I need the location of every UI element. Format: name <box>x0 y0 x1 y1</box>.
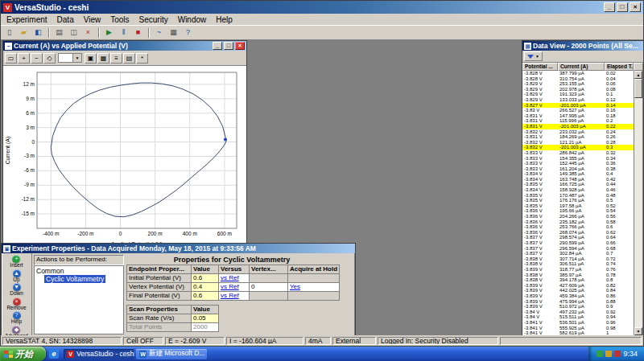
table-row[interactable]: -3.834 V149.385 µA0.4 <box>522 171 634 177</box>
acquire-link[interactable]: Yes <box>290 283 300 290</box>
pause-icon[interactable]: ‖ <box>117 27 130 39</box>
table-row[interactable]: -3.831 V184.269 µA0.26 <box>522 134 634 140</box>
table-row[interactable]: -3.839 V475.994 µA0.88 <box>522 299 634 305</box>
new-file-icon[interactable]: ▯ <box>2 27 16 39</box>
menu-tools[interactable]: Tools <box>105 15 134 24</box>
table-row[interactable]: -3.838 V385.97 µA0.78 <box>522 273 634 278</box>
data-grid-icon[interactable]: ▦ <box>167 27 180 39</box>
table-row[interactable]: -3.831 V147.995 µA0.18 <box>522 113 634 119</box>
remove-button[interactable]: ×Remove <box>6 297 26 311</box>
table-row[interactable]: -3.834 V158.928 µA0.46 <box>522 187 634 193</box>
table-row[interactable]: -3.833 V161.204 µA0.38 <box>522 166 634 172</box>
graph-icon[interactable]: ~ <box>152 27 166 39</box>
table-row[interactable]: -3.837 V302.84 µA0.7 <box>522 251 634 256</box>
action-item-cyclic-voltammetry[interactable]: Cyclic Voltammetry <box>44 275 105 283</box>
column-header-0[interactable]: Potential ... <box>522 63 558 71</box>
chart-close-button[interactable]: × <box>235 42 245 50</box>
app-title-bar[interactable]: V VersaStudio - ceshi _□× <box>1 1 643 14</box>
menu-experiment[interactable]: Experiment <box>2 15 52 24</box>
tray-network-icon[interactable] <box>597 351 603 357</box>
insert-button[interactable]: +Insert <box>10 255 23 269</box>
table-row[interactable]: -3.836 V195.66 µA0.54 <box>522 208 634 214</box>
taskbar-clock[interactable]: 9:34 <box>623 350 638 358</box>
table-row[interactable]: -3.829 V191.323 µA0.1 <box>522 92 634 97</box>
chart-minimize-button[interactable]: _ <box>213 42 222 50</box>
menu-data[interactable]: Data <box>52 15 79 24</box>
table-row[interactable]: -3.841 V582.619 µA1 <box>522 330 634 335</box>
table-row[interactable]: -3.828 V310.754 µA0.04 <box>522 76 634 82</box>
table-row[interactable]: -3.827 V-201.003 µA0.14 <box>522 103 634 109</box>
chart-settings-icon[interactable]: * <box>136 53 148 64</box>
scan-value-cell[interactable]: 0.05 <box>192 314 219 323</box>
table-row[interactable]: -3.832 V121.21 µA0.28 <box>522 140 634 146</box>
maximize-button[interactable]: □ <box>617 2 628 12</box>
chart-maximize-button[interactable]: □ <box>224 42 233 50</box>
tray-volume-icon[interactable] <box>605 351 612 357</box>
menu-window[interactable]: Window <box>173 15 212 24</box>
table-row[interactable]: -3.828 V387.799 µA0.02 <box>522 71 634 76</box>
table-row[interactable]: -3.834 V163.748 µA0.42 <box>522 177 634 183</box>
table-row[interactable]: -3.837 V296.594 µA0.68 <box>522 246 634 252</box>
advanced-button[interactable]: ◆Advanced <box>5 326 28 336</box>
table-row[interactable]: -3.841 V536.501 µA0.96 <box>522 320 634 326</box>
table-row[interactable]: -3.833 V286.842 µA0.32 <box>522 150 634 156</box>
minimize-button[interactable]: _ <box>604 2 615 12</box>
table-row[interactable]: -3.839 V459.384 µA0.86 <box>522 293 634 299</box>
table-row[interactable]: -3.839 V427.609 µA0.82 <box>522 283 634 289</box>
data-view-scrollbar[interactable]: ▲ ▼ <box>634 71 642 335</box>
endpoint-value-cell[interactable]: 0.4 <box>192 283 219 292</box>
versus-link[interactable]: vs Ref <box>221 283 239 290</box>
table-row[interactable]: -3.837 V298.574 µA0.64 <box>522 235 634 240</box>
table-row[interactable]: -3.835 V166.725 µA0.44 <box>522 182 634 187</box>
select-icon[interactable]: ▭ <box>5 53 17 64</box>
chart-title-bar[interactable]: ~ Current (A) vs Applied Potential (V) _… <box>3 41 246 51</box>
table-row[interactable]: -3.836 V204.266 µA0.56 <box>522 214 634 219</box>
table-row[interactable]: -3.84 V497.232 µA0.92 <box>522 310 634 315</box>
stop-icon[interactable]: ■ <box>131 27 145 39</box>
table-row[interactable]: -3.839 V318.77 µA0.76 <box>522 267 634 273</box>
scrollbar-up-button[interactable]: ▲ <box>634 71 642 79</box>
taskbar-task-0[interactable]: VVersaStudio - ceshi <box>64 349 134 359</box>
menu-help[interactable]: Help <box>211 15 237 24</box>
table-row[interactable]: -3.831 V115.996 µA0.2 <box>522 118 634 124</box>
scrollbar-thumb[interactable] <box>634 79 642 98</box>
table-row[interactable]: -3.829 V202.978 µA0.08 <box>522 87 634 92</box>
zoom-out-icon[interactable]: − <box>31 53 43 64</box>
table-row[interactable]: -3.832 V-201.003 µA0.3 <box>522 145 634 150</box>
endpoint-vertex-cell[interactable]: 0 <box>250 283 288 292</box>
endpoint-value-cell[interactable]: 0.6 <box>192 274 219 283</box>
table-row[interactable]: -3.835 V176.176 µA0.5 <box>522 198 634 203</box>
run-icon[interactable]: ▶ <box>102 27 116 39</box>
chart-print-icon[interactable]: ▤ <box>123 53 135 64</box>
table-row[interactable]: -3.838 V306.511 µA0.74 <box>522 261 634 267</box>
versus-link[interactable]: vs Ref <box>221 274 239 281</box>
table-row[interactable]: -3.839 V442.025 µA0.84 <box>522 288 634 293</box>
filter-button[interactable]: ▼ <box>524 51 543 61</box>
table-row[interactable]: -3.84 V515.511 µA0.94 <box>522 314 634 320</box>
versus-link[interactable]: vs Ref <box>221 292 239 299</box>
data-view-title-bar[interactable]: ▦ Data View - 2000 Points (All Se... <box>522 41 643 51</box>
table-row[interactable]: -3.831 V-201.003 µA0.22 <box>522 124 634 129</box>
table-row[interactable]: -3.841 V555.925 µA0.98 <box>522 326 634 331</box>
tray-antivirus-icon[interactable] <box>614 351 621 357</box>
legend-icon[interactable]: ≡ <box>110 53 122 64</box>
column-header-1[interactable]: Current (A) <box>558 63 605 71</box>
table-row[interactable]: -3.838 V307.714 µA0.72 <box>522 256 634 262</box>
copy-icon[interactable]: ◫ <box>67 27 80 39</box>
endpoint-value-cell[interactable]: 0.6 <box>192 292 219 301</box>
cv-chart[interactable]: -400 m-200 m0200 m400 m600 m12 m9 m6 m3 … <box>3 66 245 249</box>
table-row[interactable]: -3.838 V394.178 µA0.8 <box>522 277 634 283</box>
table-row[interactable]: -3.833 V152.445 µA0.36 <box>522 161 634 166</box>
start-button[interactable]: 开始 <box>0 347 46 361</box>
print-icon[interactable]: ▤ <box>52 27 66 39</box>
table-row[interactable]: -3.83 V266.527 µA0.16 <box>522 108 634 113</box>
up-button[interactable]: ▲Up <box>13 269 21 283</box>
table-row[interactable]: -3.833 V154.355 µA0.34 <box>522 156 634 162</box>
table-row[interactable]: -3.836 V268.074 µA0.62 <box>522 230 634 236</box>
table-row[interactable]: -3.829 V253.155 µA0.06 <box>522 81 634 87</box>
taskbar-task-1[interactable]: W新建 Microsoft D... <box>136 349 207 359</box>
table-row[interactable]: -3.835 V197.58 µA0.52 <box>522 203 634 209</box>
delete-icon[interactable]: × <box>81 27 95 39</box>
table-row[interactable]: -3.835 V170.487 µA0.48 <box>522 193 634 199</box>
down-button[interactable]: ▼Down <box>10 283 23 297</box>
